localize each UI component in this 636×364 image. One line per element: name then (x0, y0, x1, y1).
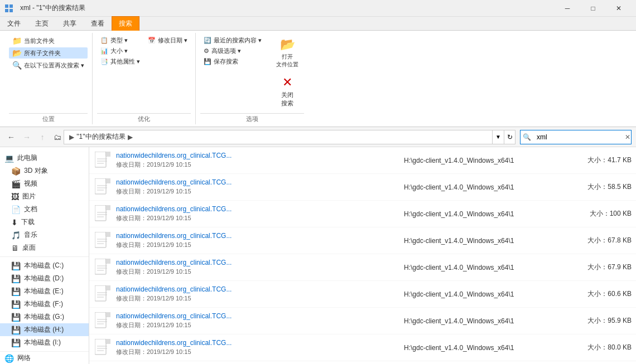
window-icon (4, 4, 13, 13)
file-name: nationwidechildrens.org_clinical.TCG... (116, 152, 283, 159)
svg-rect-46 (95, 339, 106, 355)
ribbon-content: 📁 当前文件夹 📂 所有子文件夹 🔍 在以下位置再次搜索 ▾ 位置 (0, 30, 636, 127)
file-size: 大小：67.9 KB (565, 263, 632, 272)
maximize-button[interactable]: □ (580, 0, 606, 17)
props-icon: 📑 (100, 58, 108, 65)
table-row[interactable]: nationwidechildrens.org_clinical.TCG... … (89, 254, 636, 281)
table-row[interactable]: nationwidechildrens.org_clinical.TCG... … (89, 281, 636, 308)
table-row[interactable]: nationwidechildrens.org_clinical.TCG... … (89, 334, 636, 361)
size-button[interactable]: 📊 大小 ▾ (97, 46, 143, 56)
close-button[interactable]: ✕ (606, 0, 632, 17)
title-bar-left: xml - "1"中的搜索结果 (4, 3, 85, 13)
sidebar-item-documents[interactable]: 📄 文档 (0, 203, 89, 216)
file-path: H:\gdc-client_v1.4.0_Windows_x64\1 (404, 183, 560, 191)
window-title: xml - "1"中的搜索结果 (20, 3, 85, 13)
table-row[interactable]: nationwidechildrens.org_clinical.TCG... … (89, 147, 636, 174)
tab-share[interactable]: 共享 (56, 16, 84, 31)
svg-rect-2 (5, 9, 8, 12)
svg-rect-28 (95, 259, 106, 274)
file-path: H:\gdc-client_v1.4.0_Windows_x64\1 (404, 237, 560, 245)
sidebar-item-drive-h[interactable]: 💾 本地磁盘 (H:) (0, 323, 89, 336)
sidebar-item-drive-i[interactable]: 💾 本地磁盘 (I:) (0, 336, 89, 349)
optimize-buttons: 📋 类型 ▾ 📊 大小 ▾ 📑 其他属性 ▾ 📅 修改日 (97, 33, 191, 112)
dropdown-button[interactable]: ▼ (493, 130, 504, 144)
file-meta: 修改日期：2019/12/9 10:15 (116, 161, 399, 169)
file-size: 大小：100 KB (565, 209, 632, 219)
file-path: H:\gdc-client_v1.4.0_Windows_x64\1 (404, 290, 560, 298)
network-icon: 🌐 (4, 354, 14, 363)
path-folder-icon: 🗂 (54, 133, 61, 142)
date-col: 📅 修改日期 ▾ (144, 35, 191, 46)
sidebar-item-pictures[interactable]: 🖼 图片 (0, 190, 89, 203)
svg-rect-18 (106, 205, 110, 210)
file-info: nationwidechildrens.org_clinical.TCG... … (116, 178, 399, 196)
file-meta: 修改日期：2019/12/9 10:15 (116, 241, 399, 249)
sidebar-item-drive-e[interactable]: 💾 本地磁盘 (E:) (0, 285, 89, 298)
file-icon (94, 205, 112, 223)
sidebar-item-drive-c[interactable]: 💾 本地磁盘 (C:) (0, 259, 89, 272)
file-icon (94, 259, 112, 276)
all-subfolders-button[interactable]: 📂 所有子文件夹 (9, 47, 88, 59)
tab-home[interactable]: 主页 (28, 16, 56, 31)
file-path: H:\gdc-client_v1.4.0_Windows_x64\1 (404, 210, 560, 218)
refresh-button[interactable]: ↻ (504, 130, 515, 144)
table-row[interactable]: nationwidechildrens.org_clinical.TCG... … (89, 308, 636, 334)
file-size: 大小：95.9 KB (565, 316, 632, 326)
sidebar-item-drive-d[interactable]: 💾 本地磁盘 (D:) (0, 272, 89, 285)
sidebar-item-downloads[interactable]: ⬇ 下载 (0, 216, 89, 229)
location-group-label: 位置 (9, 113, 88, 124)
sidebar-item-music[interactable]: 🎵 音乐 (0, 229, 89, 241)
advanced-icon: ⚙ (204, 47, 209, 55)
table-row[interactable]: nationwidechildrens.org_clinical.TCG... … (89, 361, 636, 364)
sidebar-item-drive-g[interactable]: 💾 本地磁盘 (G:) (0, 310, 89, 323)
tab-view[interactable]: 查看 (84, 16, 112, 31)
file-name: nationwidechildrens.org_clinical.TCG... (116, 232, 283, 240)
file-icon (94, 285, 112, 303)
sidebar-item-desktop[interactable]: 🖥 桌面 (0, 241, 89, 254)
advanced-options-button[interactable]: ⚙ 高级选项 ▾ (200, 46, 265, 56)
file-icon (94, 152, 112, 169)
computer-icon: 💻 (4, 154, 14, 163)
tab-file[interactable]: 文件 (0, 16, 28, 31)
drive-h-icon: 💾 (11, 326, 21, 334)
sidebar-item-3d[interactable]: 📦 3D 对象 (0, 164, 89, 177)
up-button[interactable]: ↑ (36, 130, 49, 144)
back-button[interactable]: ← (4, 130, 18, 144)
type-button[interactable]: 📋 类型 ▾ (97, 35, 143, 46)
file-size: 大小：41.7 KB (565, 156, 632, 165)
file-info: nationwidechildrens.org_clinical.TCG... … (116, 205, 399, 222)
table-row[interactable]: nationwidechildrens.org_clinical.TCG... … (89, 227, 636, 254)
save-search-button[interactable]: 💾 保存搜索 (200, 56, 265, 67)
address-path[interactable]: ▶ "1"中的搜索结果 ▶ (64, 130, 493, 144)
svg-rect-48 (106, 339, 110, 343)
sidebar-item-drive-f[interactable]: 💾 本地磁盘 (F:) (0, 298, 89, 310)
sidebar-item-video[interactable]: 🎬 视频 (0, 177, 89, 190)
recent-icon: 🔄 (204, 37, 211, 44)
svg-rect-3 (9, 9, 13, 12)
minimize-button[interactable]: ─ (555, 0, 580, 17)
current-folder-button[interactable]: 📁 当前文件夹 (9, 35, 88, 46)
svg-rect-1 (9, 4, 13, 8)
tab-search[interactable]: 搜索 (112, 16, 139, 31)
forward-button[interactable]: → (20, 130, 33, 144)
downloads-icon: ⬇ (11, 218, 18, 227)
type-icon: 📋 (100, 37, 108, 44)
table-row[interactable]: nationwidechildrens.org_clinical.TCG... … (89, 174, 636, 201)
table-row[interactable]: nationwidechildrens.org_clinical.TCG... … (89, 201, 636, 227)
file-name: nationwidechildrens.org_clinical.TCG... (116, 339, 283, 347)
close-search-button[interactable]: ✕ 关闭搜索 (271, 73, 304, 110)
file-meta: 修改日期：2019/12/9 10:15 (116, 214, 399, 222)
search-input[interactable] (533, 130, 624, 144)
options-col: 🔄 最近的搜索内容 ▾ ⚙ 高级选项 ▾ 💾 保存搜索 (200, 35, 265, 67)
date-button[interactable]: 📅 修改日期 ▾ (144, 35, 191, 46)
search-clear-button[interactable]: ✕ (624, 130, 631, 144)
options-group-label: 选项 (200, 113, 304, 124)
file-info: nationwidechildrens.org_clinical.TCG... … (116, 339, 399, 356)
open-location-button[interactable]: 📂 打开文件位置 (271, 35, 304, 71)
recent-search-button[interactable]: 🔄 最近的搜索内容 ▾ (200, 35, 265, 46)
other-props-button[interactable]: 📑 其他属性 ▾ (97, 56, 143, 67)
search-again-button[interactable]: 🔍 在以下位置再次搜索 ▾ (9, 60, 88, 71)
sidebar-item-network[interactable]: 🌐 网络 (0, 352, 89, 364)
sidebar-section-network: 🌐 网络 (0, 352, 89, 364)
sidebar-item-computer[interactable]: 💻 此电脑 (0, 152, 89, 164)
